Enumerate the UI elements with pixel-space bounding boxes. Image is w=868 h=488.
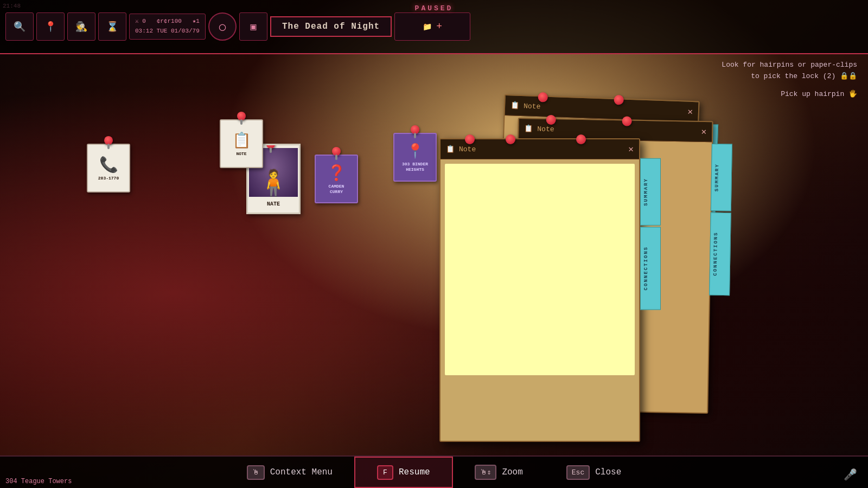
camden-icon: ❓ [327,164,346,182]
binder-label: 303 BinderHeights [400,162,430,172]
pushpin-note1 [237,112,246,120]
nate-label: Nate [265,200,282,209]
summary-tab-front[interactable]: SUMMARY [640,158,661,226]
summary-tab-back1[interactable]: SUMMARY [711,144,732,211]
search-button[interactable]: 🔍 [5,12,34,41]
resume-button[interactable]: F Resume [354,457,453,488]
quest-title: The Dead of Night [270,16,392,37]
bottom-bar: 🖱 Context Menu F Resume 🖱⇕ Zoom Esc Clos… [0,455,868,488]
note-icon-back1: 📋 [524,124,533,133]
resume-label: Resume [399,467,430,477]
detective-button[interactable]: 🕵 [67,12,95,41]
connections-tab-front[interactable]: CONNECTIONS [640,227,661,310]
hourglass-button[interactable]: ⌛ [98,12,126,41]
folder-button[interactable]: 📁 + [394,12,470,41]
folder-plus-icon: + [436,21,442,32]
phone-card: 📞 283-1770 [87,144,130,192]
note-front-tabs: SUMMARY CONNECTIONS [640,158,661,310]
close-button[interactable]: Esc Close [545,457,643,488]
pushpin-phone [104,136,113,145]
key-context-icon: 🖱 [247,465,265,480]
phone-node[interactable]: 📞 283-1770 [84,144,133,203]
note1-icon: 📋 [232,131,251,150]
folder-icon: 📁 [423,22,432,31]
key-resume-icon: F [377,465,393,480]
note-close-front[interactable]: ✕ [628,144,634,155]
note-yellow-content[interactable] [445,164,635,375]
binder-icon: 📍 [406,143,424,160]
pushpin-camden [332,147,341,156]
note-title-back1: Note [537,125,554,133]
note-title-back2: Note [524,102,541,111]
note-close-back2[interactable]: ✕ [687,106,693,117]
microphone-icon: 🎤 [844,468,857,481]
note-close-back1[interactable]: ✕ [701,126,707,137]
paused-text: PAUSED [415,4,454,12]
key-close-icon: Esc [566,465,590,480]
note-icon-front: 📋 [446,145,455,153]
note1-card: 📋 Note [220,119,263,168]
stat-block: ⚔ 0 ¢r¢r100 ★1 03:12 TUE 01/03/79 [129,14,206,39]
binder-node[interactable]: 📍 303 BinderHeights [391,133,439,192]
zoom-button[interactable]: 🖱⇕ Zoom [453,457,545,488]
phone-icon: 📞 [99,156,118,174]
cork-board: 📞 283-1770 🧍 Nate 📋 Note ❓ CamdenCurry 📍… [0,54,868,455]
note1-label: Note [234,151,248,157]
connections-tab-back1[interactable]: CONNECTIONS [709,212,731,296]
note-icon-back2: 📋 [510,101,520,110]
pushpin-front-c [576,134,586,144]
circle-button[interactable]: ◯ [208,12,237,41]
context-menu-label: Context Menu [270,467,333,477]
close-label: Close [595,467,621,477]
toolbar: PAUSED 🔍 📍 🕵 ⌛ ⚔ 0 ¢r¢r100 ★1 03:12 TUE … [0,0,868,54]
location-text: 304 Teague Towers [5,478,72,485]
square-button[interactable]: ▣ [239,12,267,41]
pushpin-front-b [506,134,515,144]
note1-node[interactable]: 📋 Note [217,119,266,179]
phone-label: 283-1770 [97,176,120,181]
pushpin-binder [411,125,419,134]
zoom-label: Zoom [502,467,522,477]
camden-node[interactable]: ❓ CamdenCurry [312,155,361,214]
context-menu-button[interactable]: 🖱 Context Menu [225,457,354,488]
camden-label: CamdenCurry [327,184,346,194]
binder-card: 📍 303 BinderHeights [393,133,437,182]
note-title-front: Note [459,145,476,153]
string-lines [0,54,163,136]
note-panel-front[interactable]: 📋 Note ✕ SUMMARY CONNECTIONS [439,138,640,442]
pushpin-front-a [465,134,475,144]
camden-card: ❓ CamdenCurry [315,155,358,203]
map-button[interactable]: 📍 [36,12,65,41]
key-zoom-icon: 🖱⇕ [475,465,497,480]
note-back1-tabs: SUMMARY CONNECTIONS [709,144,732,296]
